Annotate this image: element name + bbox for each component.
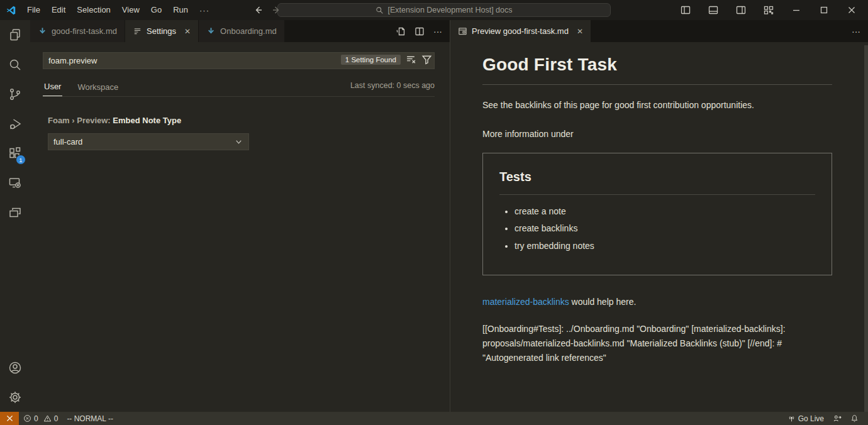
go-live-label: Go Live: [798, 414, 824, 423]
command-center-label: [Extension Development Host] docs: [387, 6, 512, 14]
search-icon: [376, 6, 384, 14]
error-count: 0: [34, 414, 38, 423]
markdown-icon: [38, 26, 47, 36]
editor-more-actions-icon[interactable]: ···: [852, 26, 860, 36]
remote-explorer-icon[interactable]: [0, 168, 30, 197]
menu-run[interactable]: Run: [167, 3, 194, 17]
setting-name: Embed Note Type: [113, 116, 181, 125]
extensions-icon[interactable]: 1: [0, 138, 30, 168]
menu-go[interactable]: Go: [145, 3, 167, 17]
menu-edit[interactable]: Edit: [46, 3, 71, 17]
select-value: full-card: [53, 137, 82, 146]
run-debug-icon[interactable]: [0, 109, 30, 138]
clear-settings-filter-icon[interactable]: [406, 54, 416, 65]
embedded-note-card: Tests create a note create backlinks try…: [482, 153, 832, 275]
go-live-button[interactable]: Go Live: [783, 412, 828, 425]
window-maximize-icon[interactable]: [811, 1, 837, 19]
tab-close-icon[interactable]: ✕: [184, 27, 191, 36]
link-references-paragraph: [[Onboarding#Tests]: ../Onboarding.md "O…: [482, 322, 832, 365]
embed-note-type-select[interactable]: full-card: [48, 133, 249, 150]
settings-editor: 1 Setting Found User Workspace Last sync…: [30, 42, 450, 412]
vscode-logo-icon: [0, 5, 21, 16]
nav-forward-icon[interactable]: [272, 5, 282, 15]
activity-bar: 1: [0, 20, 30, 412]
scope-tab-workspace[interactable]: Workspace: [76, 79, 120, 96]
editor-more-actions-icon[interactable]: ···: [433, 26, 442, 36]
manage-gear-icon[interactable]: [0, 382, 30, 412]
window-minimize-icon[interactable]: [784, 1, 809, 19]
notifications-button[interactable]: [846, 412, 863, 425]
editor-group-right: Preview good-first-task.md ✕ ··· Good Fi…: [450, 20, 868, 412]
list-item: create backlinks: [515, 222, 815, 236]
tab-good-first-task[interactable]: good-first-task.md: [30, 20, 125, 42]
extensions-badge: 1: [16, 155, 26, 165]
tab-onboarding[interactable]: Onboarding.md: [199, 20, 285, 42]
preview-paragraph: See the backlinks of this page for good …: [482, 99, 832, 113]
tab-label: good-first-task.md: [52, 26, 117, 36]
toggle-secondary-sidebar-icon[interactable]: [728, 1, 754, 19]
tab-label: Preview good-first-task.md: [472, 26, 569, 36]
menu-more-icon[interactable]: ···: [194, 6, 215, 15]
menu-view[interactable]: View: [116, 3, 145, 17]
accounts-icon[interactable]: [0, 353, 30, 382]
nav-back-icon[interactable]: [253, 5, 263, 15]
remote-indicator[interactable]: [0, 412, 19, 425]
preview-paragraph: More information under: [482, 128, 832, 141]
scope-tab-user[interactable]: User: [43, 78, 62, 96]
vim-mode-indicator[interactable]: -- NORMAL --: [62, 412, 118, 425]
toggle-panel-icon[interactable]: [701, 1, 726, 19]
card-title: Tests: [499, 167, 815, 195]
list-item: try embedding notes: [515, 240, 815, 253]
link-suffix: would help here.: [569, 297, 637, 307]
open-settings-json-icon[interactable]: [396, 26, 406, 36]
tab-settings[interactable]: Settings ✕: [125, 20, 199, 42]
card-list: create a note create backlinks try embed…: [515, 205, 815, 253]
markdown-icon: [206, 26, 216, 36]
editor-layouts-icon[interactable]: [0, 197, 30, 227]
warning-count: 0: [54, 414, 58, 423]
tab-label: Settings: [147, 26, 176, 36]
markdown-preview: Good First Task See the backlinks of thi…: [450, 42, 868, 412]
tabbar-left: good-first-task.md Settings ✕ Onboarding…: [30, 20, 450, 42]
person-share-icon: [833, 414, 842, 423]
settings-found-badge: 1 Setting Found: [341, 55, 401, 65]
broadcast-icon: [787, 414, 796, 422]
titlebar: File Edit Selection View Go Run ··· [Ext…: [0, 0, 868, 20]
source-control-icon[interactable]: [0, 79, 30, 109]
search-sidebar-icon[interactable]: [0, 50, 30, 79]
window-close-icon[interactable]: [839, 1, 864, 19]
settings-list-icon: [133, 26, 142, 36]
explorer-icon[interactable]: [0, 20, 30, 50]
settings-scope-tabs: User Workspace Last synced: 0 secs ago: [43, 78, 435, 97]
preview-paragraph: materialized-backlinks would help here.: [482, 295, 832, 309]
preview-title: Good First Task: [482, 51, 832, 85]
menu-selection[interactable]: Selection: [71, 3, 116, 17]
problems-indicator[interactable]: 0 0: [19, 412, 62, 425]
setting-embed-note-type: Foam › Preview: Embed Note Type full-car…: [43, 116, 435, 150]
error-icon: [23, 414, 31, 422]
materialized-backlinks-link[interactable]: materialized-backlinks: [482, 297, 569, 307]
setting-category: Foam › Preview:: [48, 116, 113, 125]
status-bar: 0 0 -- NORMAL -- Go Live: [0, 412, 868, 425]
menu-file[interactable]: File: [21, 3, 46, 17]
customize-layout-icon[interactable]: [756, 1, 781, 19]
preview-icon: [458, 26, 467, 36]
tabbar-right: Preview good-first-task.md ✕ ···: [450, 20, 868, 42]
tab-preview-good-first-task[interactable]: Preview good-first-task.md ✕: [450, 20, 591, 42]
chevron-down-icon: [234, 137, 243, 146]
live-share-button[interactable]: [828, 412, 846, 425]
editor-group-left: good-first-task.md Settings ✕ Onboarding…: [30, 20, 450, 412]
vscode-window: File Edit Selection View Go Run ··· [Ext…: [0, 0, 868, 425]
warning-icon: [43, 414, 52, 422]
preview-scrollbar[interactable]: [864, 45, 868, 412]
list-item: create a note: [515, 205, 815, 219]
split-editor-icon[interactable]: [415, 26, 425, 36]
tab-close-icon[interactable]: ✕: [577, 27, 583, 36]
command-center-search[interactable]: [Extension Development Host] docs: [277, 3, 611, 17]
toggle-primary-sidebar-icon[interactable]: [673, 1, 698, 19]
last-synced-label: Last synced: 0 secs ago: [350, 81, 435, 94]
bell-icon: [850, 414, 859, 422]
tab-label: Onboarding.md: [220, 26, 277, 36]
filter-settings-icon[interactable]: [421, 54, 432, 65]
